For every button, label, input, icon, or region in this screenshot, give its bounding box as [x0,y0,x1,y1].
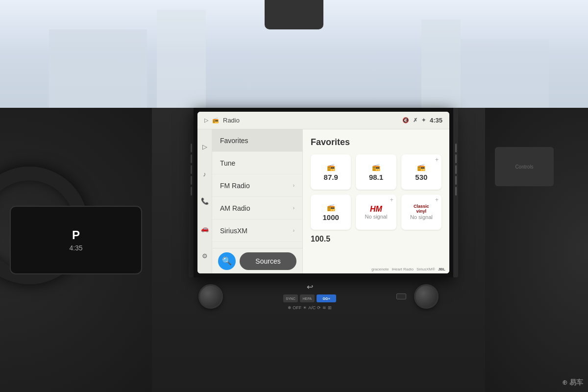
favorite-item-4[interactable]: 📻 1000 [311,195,351,230]
brand-iheartradio: iHeart Radio [392,267,414,271]
instrument-cluster: P 4:35 [10,206,142,274]
center-console: ▷ 📻 Radio 🔇 ✗ ✦ 4:35 [152,108,485,392]
content-area: Favorites 📻 87.9 📻 [303,129,449,273]
sync-button[interactable]: SYNC [283,294,298,302]
nav-icon-car[interactable]: 🚗 [198,222,212,235]
infotainment-bezel: ▷ 📻 Radio 🔇 ✗ ✦ 4:35 [194,108,453,277]
radio-icon-1: 📻 [327,163,335,171]
am-radio-arrow: › [293,205,294,211]
search-icon: 🔍 [222,256,232,266]
main-content: ▷ ♪ 📞 🚗 ⚙ Favorites Tune [197,129,449,273]
nav-icon-settings[interactable]: ⚙ [199,249,211,263]
fav-value-1: 87.9 [324,173,338,181]
favorite-item-6[interactable]: Classicvinyl No signal + [401,195,441,230]
fav-add-3: + [435,156,439,163]
favorite-item-1[interactable]: 📻 87.9 [311,154,351,190]
fav-logo-classic: Classicvinyl [414,204,429,214]
siriusxm-arrow: › [293,228,294,233]
signal-icon: ✗ [413,117,417,123]
navigation-icon: ▷ [204,117,208,123]
usb-port[interactable] [396,294,406,299]
volume-icon: 🔇 [402,117,409,123]
bottom-bar: 🔍 Sources [212,248,302,273]
now-playing: 100.5 [311,235,441,244]
speedometer: P [72,228,80,242]
radio-icon-2: 📻 [372,163,380,171]
status-bar: ▷ 📻 Radio 🔇 ✗ ✦ 4:35 [197,112,449,129]
brand-bar: gracenote iHeart Radio SiriusXM® JBL [371,267,445,271]
nav-icon-navigation[interactable]: ▷ [199,140,210,153]
favorite-item-5[interactable]: HM No signal + [356,195,396,230]
infotainment-screen: ▷ 📻 Radio 🔇 ✗ ✦ 4:35 [197,112,449,273]
volume-knob[interactable] [198,284,223,309]
left-panel: P 4:35 [0,108,152,392]
sidebar-item-fm-radio[interactable]: FM Radio › [212,174,302,197]
temperature-knob[interactable] [414,284,439,309]
bluetooth-icon: ✦ [421,117,426,123]
sidebar-item-favorites[interactable]: Favorites [212,129,302,152]
fav-add-6: + [435,196,439,203]
watermark: ⊕ 易车 [562,378,583,387]
fav-add-5: + [390,196,393,203]
sidebar-item-am-radio[interactable]: AM Radio › [212,197,302,220]
sidebar-item-tune[interactable]: Tune [212,152,302,174]
radio-icon-3: 📻 [417,163,425,171]
favorites-grid: 📻 87.9 📻 98.1 📻 [311,154,441,230]
right-panel: Controls [485,108,588,392]
radio-icon: 📻 [212,117,219,123]
fav-signal-5: No signal [365,214,388,220]
content-title: Favorites [311,137,441,147]
screen-title: Radio [223,117,240,124]
sources-button[interactable]: Sources [240,252,296,270]
fav-value-2: 98.1 [369,173,383,181]
fav-signal-6: No signal [410,214,433,220]
cluster-time: 4:35 [69,244,82,252]
clock-display: 4:35 [430,117,442,124]
fav-logo-hm: HM [370,205,382,214]
radio-icon-4: 📻 [327,203,335,211]
brand-gracenote: gracenote [371,267,389,271]
fav-value-3: 530 [415,173,427,181]
nav-icon-music[interactable]: ♪ [200,168,209,181]
favorite-item-3[interactable]: 📻 530 + [401,154,441,190]
rearview-mirror [265,0,323,29]
brand-jbl: JBL [438,267,445,271]
status-bar-left: ▷ 📻 Radio [204,117,240,124]
brand-siriusxm: SiriusXM® [416,267,435,271]
search-button[interactable]: 🔍 [218,252,236,270]
gg-button[interactable]: GG≡ [317,294,336,302]
fm-radio-arrow: › [293,183,294,188]
back-icon[interactable]: ↩ [307,282,313,292]
hepa-button[interactable]: HEPA [300,294,315,302]
sidebar-item-siriusxm[interactable]: SiriusXM › [212,220,302,242]
nav-icon-phone[interactable]: 📞 [198,195,212,208]
favorite-item-2[interactable]: 📻 98.1 [356,154,396,190]
status-bar-right: 🔇 ✗ ✦ 4:35 [402,117,442,124]
fav-value-4: 1000 [322,213,339,221]
sidebar: Favorites Tune FM Radio › AM Radio [212,129,303,273]
left-nav-strip: ▷ ♪ 📞 🚗 ⚙ [197,129,212,273]
